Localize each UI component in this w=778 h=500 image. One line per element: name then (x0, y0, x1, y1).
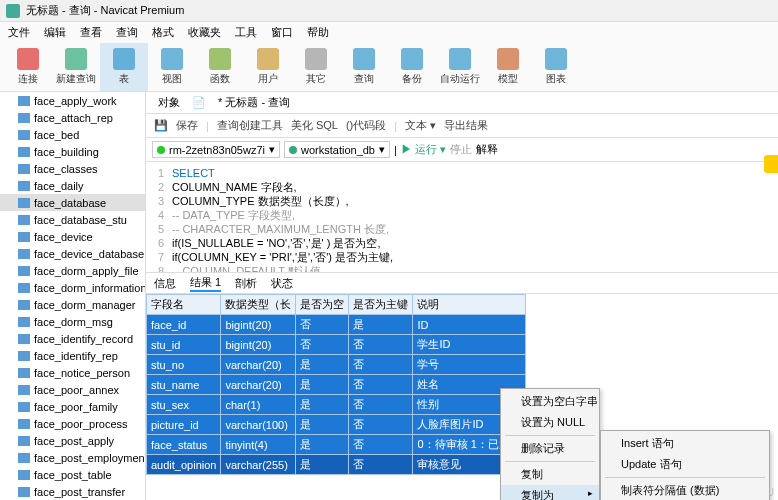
cell[interactable]: 否 (349, 455, 413, 475)
col-header[interactable]: 是否为主键 (349, 295, 413, 315)
menu-item[interactable]: 文件 (8, 25, 30, 40)
tree-item[interactable]: face_poor_family (0, 398, 145, 415)
cell[interactable]: varchar(100) (221, 415, 296, 435)
tree-item[interactable]: face_post_apply (0, 432, 145, 449)
tab-profile[interactable]: 剖析 (235, 276, 257, 291)
sql-editor[interactable]: 1SELECT2 COLUMN_NAME 字段名,3 COLUMN_TYPE 数… (146, 162, 778, 272)
save-button[interactable]: 保存 (176, 118, 198, 133)
menu-item[interactable]: Update 语句 (601, 454, 769, 475)
tool-视图[interactable]: 视图 (148, 43, 196, 91)
tool-用户[interactable]: 用户 (244, 43, 292, 91)
cell[interactable]: face_status (147, 435, 221, 455)
tree-item[interactable]: face_identify_record (0, 330, 145, 347)
menu-item[interactable]: 窗口 (271, 25, 293, 40)
cell[interactable]: 否 (296, 335, 349, 355)
tab-objects[interactable]: 对象 (152, 93, 186, 112)
cell[interactable]: 是 (296, 375, 349, 395)
tree-item[interactable]: face_post_table (0, 466, 145, 483)
tree-item[interactable]: face_database (0, 194, 145, 211)
database-combo[interactable]: workstation_db▾ (284, 141, 390, 158)
cell[interactable]: varchar(20) (221, 375, 296, 395)
cell[interactable]: 学生ID (413, 335, 525, 355)
cell[interactable]: audit_opinion (147, 455, 221, 475)
tool-表[interactable]: 表 (100, 43, 148, 91)
cell[interactable]: stu_no (147, 355, 221, 375)
beautify-button[interactable]: 美化 SQL (291, 118, 338, 133)
tree-item[interactable]: face_bed (0, 126, 145, 143)
cell[interactable]: stu_sex (147, 395, 221, 415)
builder-button[interactable]: 查询创建工具 (217, 118, 283, 133)
menu-item[interactable]: 删除记录 (501, 438, 599, 459)
tree-item[interactable]: face_dorm_manager (0, 296, 145, 313)
tree-item[interactable]: face_dorm_apply_file (0, 262, 145, 279)
tool-图表[interactable]: 图表 (532, 43, 580, 91)
cell[interactable]: 否 (349, 335, 413, 355)
cell[interactable]: bigint(20) (221, 335, 296, 355)
cell[interactable]: varchar(255) (221, 455, 296, 475)
tree-item[interactable]: face_dorm_msg (0, 313, 145, 330)
cell[interactable]: 是 (296, 415, 349, 435)
tree-item[interactable]: face_attach_rep (0, 109, 145, 126)
cell[interactable]: face_id (147, 315, 221, 335)
export-button[interactable]: 导出结果 (444, 118, 488, 133)
cell[interactable]: 是 (296, 355, 349, 375)
tab-result[interactable]: 结果 1 (190, 275, 221, 292)
tree-item[interactable]: face_identify_rep (0, 347, 145, 364)
menu-item[interactable]: 复制为 (501, 485, 599, 500)
tab-info[interactable]: 信息 (154, 276, 176, 291)
cell[interactable]: 否 (349, 435, 413, 455)
tool-其它[interactable]: 其它 (292, 43, 340, 91)
tree-item[interactable]: face_poor_process (0, 415, 145, 432)
tree-item[interactable]: face_database_stu (0, 211, 145, 228)
tab-query[interactable]: * 无标题 - 查询 (212, 93, 296, 112)
tool-连接[interactable]: 连接 (4, 43, 52, 91)
cell[interactable]: 否 (349, 375, 413, 395)
tool-备份[interactable]: 备份 (388, 43, 436, 91)
tool-模型[interactable]: 模型 (484, 43, 532, 91)
cell[interactable]: 否 (349, 355, 413, 375)
tool-自动运行[interactable]: 自动运行 (436, 43, 484, 91)
menu-item[interactable]: 设置为 NULL (501, 412, 599, 433)
cell[interactable]: ID (413, 315, 525, 335)
tree-item[interactable]: face_notice_person (0, 364, 145, 381)
cell[interactable]: 是 (349, 315, 413, 335)
tree-item[interactable]: face_post_transfer (0, 483, 145, 500)
tree-item[interactable]: face_post_employment (0, 449, 145, 466)
cell[interactable]: 否 (349, 395, 413, 415)
col-header[interactable]: 数据类型（长 (221, 295, 296, 315)
side-badge[interactable] (764, 155, 778, 173)
menu-item[interactable]: Insert 语句 (601, 433, 769, 454)
tree-item[interactable]: face_daily (0, 177, 145, 194)
cell[interactable]: stu_name (147, 375, 221, 395)
menu-item[interactable]: 查看 (80, 25, 102, 40)
cell[interactable]: 否 (349, 415, 413, 435)
cell[interactable]: varchar(20) (221, 355, 296, 375)
menu-item[interactable]: 设置为空白字串 (501, 391, 599, 412)
text-button[interactable]: 文本 ▾ (405, 118, 436, 133)
tab-status[interactable]: 状态 (271, 276, 293, 291)
connection-combo[interactable]: rm-2zetn83n05wz7i▾ (152, 141, 280, 158)
cell[interactable]: 是 (296, 455, 349, 475)
tree-item[interactable]: face_apply_work (0, 92, 145, 109)
col-header[interactable]: 字段名 (147, 295, 221, 315)
cell[interactable]: tinyint(4) (221, 435, 296, 455)
run-button[interactable]: ▶ 运行 ▾ (401, 142, 446, 157)
explain-button[interactable]: 解释 (476, 142, 498, 157)
tree-item[interactable]: face_device (0, 228, 145, 245)
cell[interactable]: char(1) (221, 395, 296, 415)
cell[interactable]: stu_id (147, 335, 221, 355)
tree-item[interactable]: face_poor_annex (0, 381, 145, 398)
cell[interactable]: bigint(20) (221, 315, 296, 335)
menu-item[interactable]: 复制 (501, 464, 599, 485)
col-header[interactable]: 说明 (413, 295, 525, 315)
menu-item[interactable]: 帮助 (307, 25, 329, 40)
cell[interactable]: 学号 (413, 355, 525, 375)
tree-item[interactable]: face_building (0, 143, 145, 160)
cell[interactable]: 是 (296, 435, 349, 455)
menu-item[interactable]: 工具 (235, 25, 257, 40)
menu-item[interactable]: 收藏夹 (188, 25, 221, 40)
menu-item[interactable]: 格式 (152, 25, 174, 40)
cell[interactable]: picture_id (147, 415, 221, 435)
tree-item[interactable]: face_dorm_information (0, 279, 145, 296)
tool-查询[interactable]: 查询 (340, 43, 388, 91)
